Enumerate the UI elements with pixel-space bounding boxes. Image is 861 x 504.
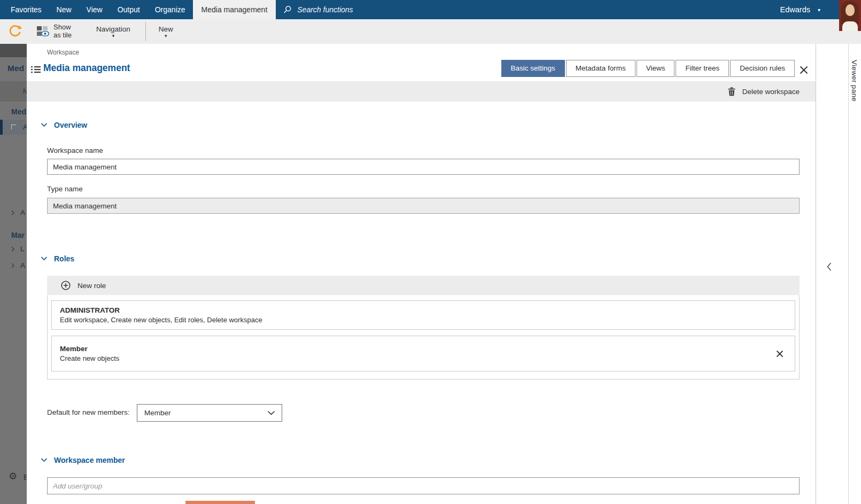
dimmed-header-block — [0, 44, 27, 57]
avatar-body — [842, 21, 858, 31]
user-menu[interactable]: Edwards ▾ — [780, 0, 820, 19]
tab-filter-trees[interactable]: Filter trees — [676, 60, 729, 77]
new-label: New — [159, 25, 173, 33]
viewer-pane-collapsed: Viewer pane — [816, 44, 861, 504]
caret-down-icon: ▾ — [112, 33, 115, 38]
nav-item-new[interactable]: New — [49, 0, 79, 19]
chevron-right-icon — [11, 263, 14, 268]
dimmed-tree-item: L — [11, 245, 25, 253]
toolbar-divider — [145, 22, 146, 41]
tab-decision-rules[interactable]: Decision rules — [730, 60, 795, 77]
chevron-right-icon — [11, 210, 14, 215]
chevron-down-icon — [41, 257, 47, 261]
chevron-left-icon[interactable] — [825, 261, 833, 273]
navigation-dropdown[interactable]: Navigation ▾ — [96, 25, 130, 38]
search-icon — [283, 5, 292, 14]
show-as-tile-label: Show as tile — [53, 24, 78, 39]
toolbar: Show as tile Navigation ▾ New ▾ — [0, 19, 861, 44]
nav-item-view[interactable]: View — [79, 0, 110, 19]
role-card-administrator[interactable]: ADMINISTRATOR Edit workspace, Create new… — [51, 300, 795, 330]
roles-list: ADMINISTRATOR Edit workspace, Create new… — [47, 295, 800, 379]
breadcrumb: Workspace — [47, 49, 79, 56]
plus-circle-icon — [61, 281, 71, 290]
partial-bottom-element — [185, 501, 255, 504]
user-name: Edwards — [780, 5, 810, 14]
dimmed-toolbar-text: N — [23, 87, 27, 95]
new-role-label: New role — [77, 282, 106, 290]
section-overview-heading: Overview — [54, 121, 87, 129]
type-name-label: Type name — [47, 185, 83, 193]
folder-icon — [11, 125, 16, 129]
remove-role-icon[interactable] — [775, 349, 785, 359]
tab-views[interactable]: Views — [637, 60, 675, 77]
dimmed-selected-item: A — [0, 120, 27, 135]
dimmed-group-heading: Med — [11, 107, 26, 116]
chevron-down-icon — [41, 458, 47, 462]
role-permissions: Edit workspace, Create new objects, Edit… — [60, 316, 787, 324]
list-icon[interactable] — [31, 66, 41, 74]
section-members-toggle[interactable]: Workspace member — [41, 456, 125, 464]
gear-icon: ⚙ — [9, 470, 17, 482]
close-icon[interactable] — [798, 65, 809, 75]
refresh-button[interactable] — [8, 25, 22, 38]
trash-icon — [728, 87, 735, 96]
new-role-button[interactable]: New role — [47, 276, 800, 295]
nav-item-organize[interactable]: Organize — [148, 0, 193, 19]
caret-down-icon: ▾ — [818, 7, 820, 13]
settings-tabs: Basic settings Metadata forms Views Filt… — [501, 60, 795, 77]
nav-item-favorites[interactable]: Favorites — [0, 0, 49, 19]
default-members-label: Default for new members: — [47, 408, 130, 416]
action-bar: Delete workspace — [27, 81, 816, 102]
section-roles-toggle[interactable]: Roles — [41, 254, 74, 263]
nav-item-media-management-active[interactable]: Media management — [193, 0, 276, 19]
role-name: ADMINISTRATOR — [60, 306, 787, 314]
nav-item-output[interactable]: Output — [110, 0, 148, 19]
caret-down-icon: ▾ — [165, 33, 167, 38]
chevron-down-icon — [41, 123, 47, 127]
viewer-pane-divider — [848, 44, 849, 504]
delete-workspace-button[interactable]: Delete workspace — [742, 88, 800, 96]
search-functions-input[interactable]: Search functions — [283, 0, 861, 19]
refresh-icon — [8, 25, 22, 38]
add-user-group-input[interactable] — [47, 477, 800, 494]
role-name: Member — [60, 345, 787, 353]
section-overview-toggle[interactable]: Overview — [41, 121, 87, 129]
show-as-tile-button[interactable]: Show as tile — [37, 24, 78, 39]
chevron-down-icon — [268, 411, 275, 415]
avatar-face — [846, 4, 855, 16]
dimmed-sidebar: Med N Med A A Mar L A ⚙ E — [0, 44, 27, 504]
default-role-value: Member — [144, 409, 171, 417]
navigation-label: Navigation — [96, 25, 130, 33]
dimmed-group-heading-2: Mar — [11, 231, 25, 239]
section-members-heading: Workspace member — [54, 456, 125, 464]
workspace-settings-panel: Workspace Media management Basic setting… — [27, 44, 816, 504]
role-permissions: Create new objects — [60, 354, 787, 362]
dimmed-page-title: Med — [7, 64, 24, 73]
avatar[interactable] — [839, 0, 861, 31]
viewer-pane-label: Viewer pane — [850, 60, 858, 102]
section-roles-heading: Roles — [54, 254, 74, 263]
workspace-name-label: Workspace name — [47, 146, 103, 154]
tab-basic-settings[interactable]: Basic settings — [501, 60, 565, 77]
default-role-select[interactable]: Member — [137, 404, 282, 422]
dimmed-tree-item: A — [11, 208, 25, 216]
page-title: Media management — [43, 63, 130, 74]
chevron-right-icon — [11, 246, 14, 252]
top-navbar: Favorites New View Output Organize Media… — [0, 0, 861, 19]
role-card-member[interactable]: Member Create new objects — [51, 336, 795, 371]
tile-view-icon — [37, 26, 49, 37]
search-placeholder: Search functions — [297, 5, 353, 14]
dimmed-tree-item: A — [11, 261, 25, 269]
workspace-name-input[interactable] — [47, 159, 800, 175]
type-name-input — [47, 198, 800, 214]
new-dropdown[interactable]: New ▾ — [159, 25, 173, 38]
tab-metadata-forms[interactable]: Metadata forms — [566, 60, 635, 77]
